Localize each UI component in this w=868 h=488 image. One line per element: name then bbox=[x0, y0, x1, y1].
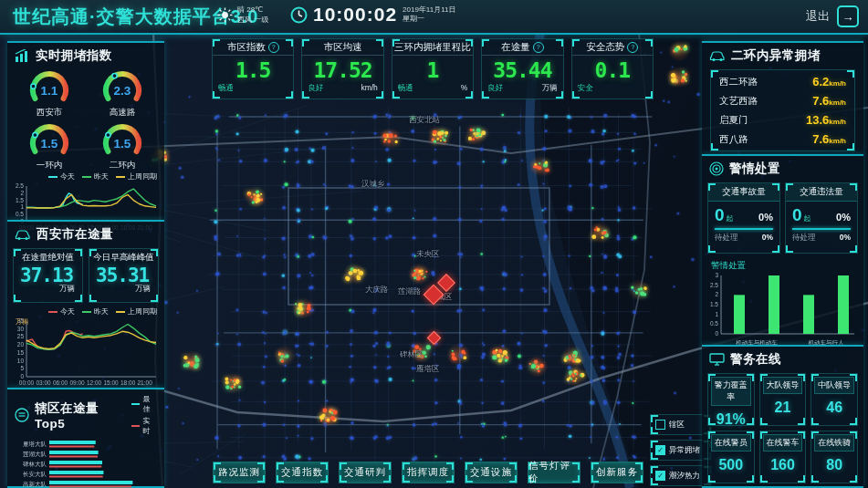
kpi-status: 安全 bbox=[578, 83, 593, 94]
svg-text:0.5: 0.5 bbox=[710, 320, 718, 327]
ontheway-stat-box: 今日早高峰峰值35.31万辆 bbox=[89, 248, 159, 303]
section-title-ontheway: 西安市在途量 bbox=[37, 226, 113, 243]
kpi-title-text: 在途量 bbox=[501, 41, 530, 54]
nav-button-3[interactable]: 交通研判 bbox=[339, 462, 392, 483]
legend-label: 实时 bbox=[142, 416, 157, 436]
legend-swatch bbox=[48, 311, 58, 313]
incident-count-unit: 起 bbox=[804, 213, 811, 223]
kpi-status: 畅通 bbox=[218, 83, 234, 94]
help-icon[interactable]: ? bbox=[627, 42, 638, 53]
ontheway-stats: 在途量绝对值37.13万辆今日早高峰峰值35.31万辆 bbox=[7, 244, 164, 306]
svg-text:1: 1 bbox=[20, 203, 24, 210]
incident-count: 0 bbox=[715, 205, 725, 225]
kpi-title-text: 市区指数 bbox=[227, 41, 266, 54]
police-stat-label: 在线警车 bbox=[763, 434, 803, 452]
logout-button[interactable]: 退出 → bbox=[806, 5, 859, 27]
incident-box: 交通事故量0起0%待处理0% bbox=[707, 182, 780, 254]
kpi-status: 良好 bbox=[487, 83, 503, 94]
svg-text:10: 10 bbox=[17, 358, 25, 364]
logout-arrow-icon: → bbox=[837, 5, 859, 27]
weather-widget: 晴 28℃ 西风 一级 bbox=[217, 5, 268, 25]
kpi-unit: km/h bbox=[361, 83, 377, 94]
incident-stat-boxes: 交通事故量0起0%待处理0%交通违法量0起0%待处理0% bbox=[702, 179, 863, 257]
road-name: 西八路 bbox=[719, 133, 748, 146]
checkbox-icon: ✓ bbox=[655, 471, 665, 481]
stat-label: 今日早高峰峰值 bbox=[89, 249, 158, 264]
kpi-title: 市区均速 bbox=[302, 39, 382, 56]
nav-button-7[interactable]: 创新服务 bbox=[591, 462, 643, 483]
svg-text:15:00: 15:00 bbox=[103, 379, 119, 386]
kpi-status: 良好 bbox=[308, 83, 323, 94]
kpi-title: 在途量? bbox=[482, 39, 562, 56]
incident-percent: 0% bbox=[758, 212, 773, 223]
police-stat-value: 46 bbox=[811, 397, 857, 416]
nav-button-2[interactable]: 交通指数 bbox=[276, 462, 329, 483]
kpi-title: 三环内拥堵里程比 bbox=[392, 39, 473, 56]
incident-count-unit: 起 bbox=[727, 213, 734, 223]
nav-button-5[interactable]: 交通设施 bbox=[465, 462, 518, 483]
chart-ontheway-trend: 0510152025303500:0003:0006:0009:0012:001… bbox=[7, 317, 164, 389]
panel-ontheway: 西安市在途量 在途量绝对值37.13万辆今日早高峰峰值35.31万辆 今天昨天上… bbox=[7, 220, 164, 389]
svg-text:06:00: 06:00 bbox=[53, 379, 68, 386]
incident-box: 交通违法量0起0%待处理0% bbox=[785, 182, 858, 254]
weather-wind: 西风 一级 bbox=[237, 15, 268, 25]
map-label: 西安北站 bbox=[409, 115, 440, 126]
nav-button-4[interactable]: 指挥调度 bbox=[402, 462, 455, 483]
legend-swatch bbox=[116, 176, 125, 178]
svg-text:1.5: 1.5 bbox=[16, 197, 24, 203]
help-icon[interactable]: ? bbox=[533, 42, 544, 53]
abnormal-road-row: 西八路7.6km/h bbox=[711, 130, 854, 149]
map-label: 莲湖路 bbox=[398, 286, 422, 297]
gauge-arc: 1.1 bbox=[19, 67, 79, 106]
kpi-title-text: 市区均速 bbox=[324, 41, 362, 54]
kpi-footer: 良好万辆 bbox=[482, 83, 562, 94]
kpi-value: 17.52 bbox=[302, 56, 382, 83]
checkbox-icon bbox=[655, 420, 665, 430]
section-title-abnormal: 二环内异常拥堵 bbox=[731, 47, 821, 64]
police-stat-label: 中队领导 bbox=[814, 377, 854, 394]
road-speed: 7.6km/h bbox=[812, 94, 846, 108]
ontheway-stat-box: 在途量绝对值37.13万辆 bbox=[13, 248, 83, 303]
help-icon[interactable]: ? bbox=[268, 42, 279, 53]
police-stat-label: 在线铁骑 bbox=[814, 434, 854, 452]
police-stat-box: 大队领导21 bbox=[759, 373, 807, 426]
panel-abnormal-congestion: 二环内异常拥堵 西二环路6.2km/h文艺西路7.6km/h启夏门13.6km/… bbox=[702, 41, 863, 156]
svg-text:15: 15 bbox=[17, 349, 25, 356]
header-bar: 世纪高通·交警大数据平台3.0 晴 28℃ 西风 一级 10:00:02 201… bbox=[0, 0, 868, 35]
svg-text:莲湖大队: 莲湖大队 bbox=[23, 451, 47, 457]
current-weekday: 星期一 bbox=[403, 15, 455, 24]
incident-box-value: 0起0% bbox=[786, 202, 857, 225]
svg-text:雁塔大队: 雁塔大队 bbox=[23, 441, 47, 448]
kpi-title: 安全态势? bbox=[572, 39, 653, 56]
sun-icon bbox=[217, 7, 233, 23]
svg-text:03:00: 03:00 bbox=[36, 379, 51, 386]
incident-box-value: 0起0% bbox=[708, 202, 779, 225]
legend-label: 今天 bbox=[60, 306, 75, 317]
nav-button-6[interactable]: 信号灯评价 bbox=[528, 462, 580, 483]
svg-text:1.5: 1.5 bbox=[41, 137, 58, 151]
map-label: 碑林区 bbox=[400, 349, 424, 360]
incident-box-title: 交通事故量 bbox=[708, 183, 779, 202]
badge-icon bbox=[15, 408, 29, 422]
layer-label: 潮汐热力 bbox=[669, 471, 700, 482]
svg-text:2: 2 bbox=[20, 190, 24, 196]
legend-swatch bbox=[131, 403, 141, 405]
bottom-nav-buttons: 路况监测交通指数交通研判指挥调度交通设施信号灯评价创新服务 bbox=[213, 462, 643, 483]
section-title-top5: 辖区在途量Top5 bbox=[35, 400, 126, 431]
kpi-card-3: 三环内拥堵里程比1畅通% bbox=[392, 38, 474, 99]
svg-text:00:00: 00:00 bbox=[19, 379, 35, 386]
legend-item: 实时 bbox=[131, 416, 157, 436]
nav-button-1[interactable]: 路况监测 bbox=[213, 462, 266, 483]
layer-label: 异常拥堵 bbox=[669, 445, 700, 456]
legend-item: 今天 bbox=[48, 306, 75, 317]
pending-label: 待处理 bbox=[715, 233, 738, 244]
incident-box-title: 交通违法量 bbox=[786, 183, 857, 202]
gauge-一环内: 1.5一环内 bbox=[13, 120, 86, 171]
kpi-title-text: 三环内拥堵里程比 bbox=[394, 41, 471, 54]
svg-text:2.5: 2.5 bbox=[710, 282, 718, 288]
kpi-card-4: 在途量?35.44良好万辆 bbox=[481, 38, 563, 99]
kpi-value: 0.1 bbox=[572, 56, 653, 83]
weather-condition: 晴 28℃ bbox=[237, 5, 268, 15]
svg-text:20: 20 bbox=[17, 341, 25, 348]
road-speed: 7.6km/h bbox=[812, 132, 846, 146]
